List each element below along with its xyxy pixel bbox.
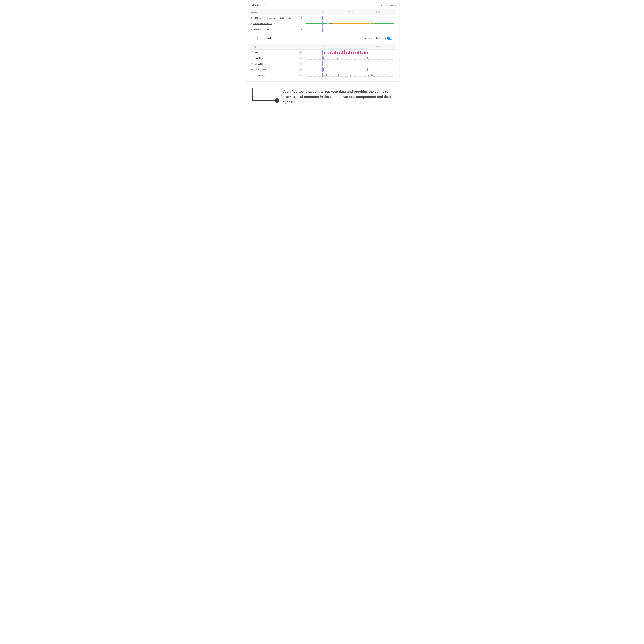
spark-bar: [337, 58, 338, 59]
event-row: Deployments2: [248, 67, 396, 72]
monitors-panel-head: Message 14:5915:1815:38: [248, 9, 396, 15]
time-marker[interactable]: [322, 73, 323, 77]
spark-bar: [371, 74, 372, 76]
time-tick: 15:38: [375, 46, 380, 48]
spark-bar: [349, 51, 350, 54]
event-category-link[interactable]: Deployments: [255, 68, 266, 71]
status-segment: [329, 23, 331, 24]
help-icon[interactable]: ?: [263, 4, 265, 6]
monitor-row: Available endpoints: [248, 26, 396, 32]
monitors-section: Monitors ? 2 / 3 unhealthy Message 14:59…: [248, 4, 396, 32]
activity-icon: [251, 57, 253, 60]
count-badge: 46: [298, 51, 303, 54]
time-marker[interactable]: [368, 56, 368, 60]
time-marker[interactable]: [322, 21, 323, 26]
spark-bar: [342, 51, 343, 54]
spark-bar: [365, 52, 366, 54]
include-related-toggle[interactable]: [387, 37, 392, 40]
pin-icon[interactable]: [300, 16, 303, 19]
events-section: Events ? View all Include related resour…: [248, 35, 396, 78]
time-marker[interactable]: [368, 73, 368, 77]
status-segment: [328, 18, 333, 18]
time-marker[interactable]: [368, 16, 368, 20]
monitors-title: Monitors: [252, 4, 262, 7]
changes-icon: [251, 62, 253, 65]
svg-point-3: [252, 69, 252, 69]
svg-point-6: [252, 75, 252, 75]
spark-bar: [323, 68, 324, 71]
spark-bar: [368, 75, 369, 76]
pin-icon[interactable]: [300, 28, 303, 31]
connector-line-icon: [252, 88, 276, 101]
status-segment: [342, 18, 346, 18]
pin-icon[interactable]: [300, 22, 303, 25]
monitor-link[interactable]: HTTP - response tim...s above 3.0 second…: [253, 17, 291, 19]
time-marker[interactable]: [368, 27, 368, 32]
time-marker[interactable]: [368, 21, 368, 26]
status-segment: [335, 18, 342, 18]
spark-bar: [323, 57, 324, 59]
monitor-timeline[interactable]: [305, 21, 396, 26]
events-title: Events: [252, 37, 259, 40]
status-segment: [327, 23, 329, 24]
monitors-panel: Message 14:5915:1815:38 HTTP - response …: [248, 9, 396, 32]
event-sparkline[interactable]: [305, 55, 396, 61]
time-tick: 15:18: [348, 46, 353, 48]
time-marker[interactable]: [322, 27, 323, 32]
time-tick: 14:59: [321, 46, 325, 48]
events-view-all-link[interactable]: View all: [265, 37, 271, 39]
spark-bar: [353, 52, 354, 54]
spark-bar: [372, 75, 373, 76]
monitor-link[interactable]: HTTP - 5xx error ratio: [253, 23, 272, 25]
monitor-link[interactable]: Available endpoints: [253, 28, 270, 30]
time-marker[interactable]: [368, 67, 368, 72]
time-marker[interactable]: [322, 56, 323, 60]
event-sparkline[interactable]: [305, 61, 396, 67]
collapse-panel-button[interactable]: [393, 35, 396, 41]
status-segment: [375, 23, 394, 24]
time-tick: 15:38: [375, 11, 380, 13]
event-sparkline[interactable]: [305, 67, 396, 72]
spark-bar: [364, 52, 365, 54]
event-category-link[interactable]: Changes: [255, 63, 263, 65]
spark-bar: [351, 52, 352, 54]
spark-bar: [339, 52, 340, 54]
include-related-label: Include related resources: [364, 37, 386, 39]
monitor-timeline[interactable]: [305, 26, 396, 32]
callout: A unified tool that centralizes your dat…: [245, 89, 399, 105]
help-icon[interactable]: ?: [261, 37, 263, 39]
count-badge: 0: [298, 62, 303, 65]
events-panel-head: Category 14:5915:1815:38: [248, 44, 396, 50]
time-marker[interactable]: [368, 61, 368, 66]
spark-bar: [344, 50, 345, 54]
status-segment: [326, 18, 327, 18]
svg-point-5: [252, 75, 252, 75]
chevron-down-icon[interactable]: [248, 4, 250, 6]
callout-text: A unified tool that centralizes your dat…: [283, 89, 394, 105]
chevron-down-icon[interactable]: [248, 37, 250, 39]
event-sparkline[interactable]: [305, 72, 396, 78]
time-marker[interactable]: [368, 50, 368, 55]
event-category-link[interactable]: Other events: [255, 74, 266, 76]
time-marker[interactable]: [322, 61, 323, 66]
events-head-col: Category: [248, 45, 305, 48]
status-segment: [333, 23, 370, 24]
spark-bar: [324, 75, 325, 76]
monitor-timeline[interactable]: [305, 15, 396, 21]
spark-bar: [355, 52, 356, 54]
time-marker[interactable]: [322, 16, 323, 20]
status-segment: [357, 18, 363, 18]
spark-bar: [358, 51, 359, 54]
status-segment: [373, 18, 394, 18]
time-marker[interactable]: [322, 67, 323, 72]
event-sparkline[interactable]: [305, 50, 396, 55]
spark-bar: [335, 51, 336, 54]
spark-bar: [332, 53, 333, 54]
status-segment: [323, 18, 326, 18]
status-dot-icon: [251, 23, 252, 24]
event-category-link[interactable]: Alerts: [255, 51, 260, 54]
status-segment: [306, 18, 323, 18]
event-category-link[interactable]: Activities: [255, 57, 263, 59]
time-marker[interactable]: [322, 50, 323, 55]
spark-bar: [334, 52, 335, 54]
